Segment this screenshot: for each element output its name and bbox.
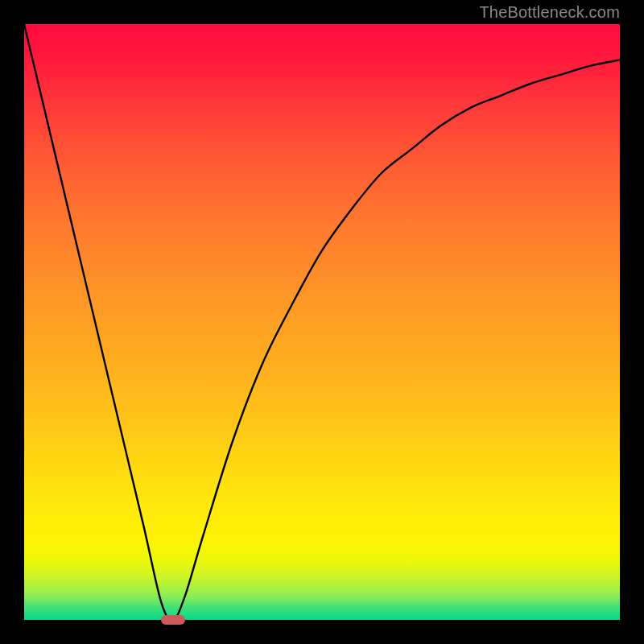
curve-svg	[24, 24, 620, 620]
minimum-marker	[161, 615, 185, 625]
chart-frame: TheBottleneck.com	[0, 0, 644, 644]
plot-area	[24, 24, 620, 620]
watermark-text: TheBottleneck.com	[479, 3, 620, 22]
bottleneck-curve	[24, 24, 620, 620]
